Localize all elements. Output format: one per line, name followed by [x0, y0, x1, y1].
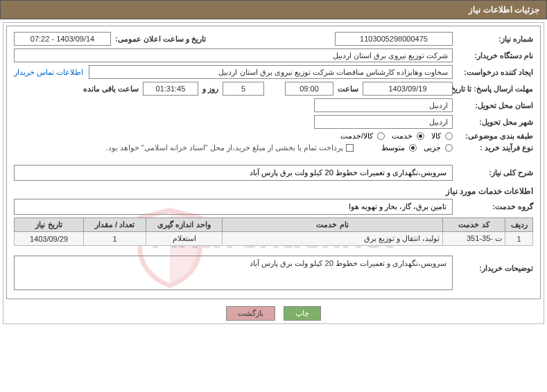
need-number-field: 1103005298000475	[335, 32, 453, 46]
service-group-field: تامین برق، گاز، بخار و تهویه هوا	[14, 199, 453, 215]
button-row: چاپ بازگشت	[6, 306, 541, 321]
time-label: ساعت	[338, 84, 358, 93]
general-desc-label: شرح کلی نیاز:	[457, 168, 533, 177]
radio-goods[interactable]: کالا	[431, 132, 453, 141]
buyer-org-label: نام دستگاه خریدار:	[457, 51, 533, 60]
th-date: تاریخ نیاز	[15, 218, 84, 232]
payment-note: پرداخت تمام یا بخشی از مبلغ خرید،از محل …	[105, 143, 343, 152]
category-label: طبقه بندی موضوعی:	[457, 132, 533, 141]
cell-date: 1403/09/29	[15, 232, 84, 246]
cell-unit: استعلام	[146, 232, 223, 246]
days-field: 5	[223, 82, 264, 96]
requester-label: ایجاد کننده درخواست:	[457, 68, 533, 77]
delivery-city-label: شهر محل تحویل:	[457, 118, 533, 127]
remain-label: ساعت باقی مانده	[83, 84, 139, 93]
radio-small[interactable]: جزیی	[424, 143, 453, 152]
services-info-label: اطلاعات خدمات مورد نیاز	[446, 186, 533, 196]
requester-field: سخاوت وهابزاده کارشناس مناقصات شرکت توزی…	[89, 65, 453, 79]
need-number-label: شماره نیاز:	[457, 35, 533, 44]
buyer-notes-label: توضیحات خریدار:	[457, 251, 533, 273]
buyer-contact-link[interactable]: اطلاعات تماس خریدار	[14, 68, 83, 77]
announce-label: تاریخ و ساعت اعلان عمومی:	[115, 35, 206, 44]
buyer-org-field: شرکت توزیع نیروی برق استان اردبیل	[14, 48, 453, 62]
treasury-checkbox[interactable]	[346, 144, 354, 152]
deadline-label: مهلت ارسال پاسخ: تا تاریخ:	[457, 84, 533, 93]
print-button[interactable]: چاپ	[284, 306, 321, 321]
delivery-province-field: اردبیل	[314, 98, 453, 112]
days-and-label: روز و	[202, 84, 218, 93]
process-label: نوع فرآیند خرید :	[457, 143, 533, 152]
announce-field: 1403/09/14 - 07:22	[14, 32, 111, 46]
buyer-notes-box: سرویس،نگهداری و تعمیرات خطوط 20 کیلو ولت…	[14, 256, 453, 290]
table-row: 1 ت -35-351 تولید، انتقال و توزیع برق اس…	[15, 232, 533, 246]
th-name: نام خدمت	[223, 218, 443, 232]
th-unit: واحد اندازه گیری	[146, 218, 223, 232]
services-table: ردیف کد خدمت نام خدمت واحد اندازه گیری ت…	[14, 217, 533, 246]
cell-name: تولید، انتقال و توزیع برق	[223, 232, 443, 246]
service-group-label: گروه خدمت:	[457, 202, 533, 211]
inner-frame: AriaTender.net شماره نیاز: 1103005298000…	[6, 26, 541, 299]
deadline-time-field: 09:00	[285, 82, 333, 96]
radio-both[interactable]: کالا/خدمت	[340, 132, 385, 141]
outer-frame: AriaTender.net شماره نیاز: 1103005298000…	[3, 22, 544, 324]
general-desc-field: سرویس،نگهداری و تعمیرات خطوط 20 کیلو ولت…	[14, 165, 453, 181]
th-qty: تعداد / مقدار	[84, 218, 146, 232]
page-header: جزئیات اطلاعات نیاز	[0, 0, 547, 19]
delivery-city-field: اردبیل	[314, 115, 453, 129]
cell-qty: 1	[84, 232, 146, 246]
delivery-province-label: استان محل تحویل:	[457, 101, 533, 110]
page-title: جزئیات اطلاعات نیاز	[469, 5, 539, 15]
cell-code: ت -35-351	[443, 232, 505, 246]
th-code: کد خدمت	[443, 218, 505, 232]
remain-time-field: 01:31:45	[143, 82, 198, 96]
th-row: ردیف	[505, 218, 533, 232]
deadline-date-field: 1403/09/19	[363, 82, 453, 96]
radio-service[interactable]: خدمت	[392, 132, 424, 141]
radio-medium[interactable]: متوسط	[381, 143, 417, 152]
back-button[interactable]: بازگشت	[226, 306, 275, 321]
cell-row: 1	[505, 232, 533, 246]
